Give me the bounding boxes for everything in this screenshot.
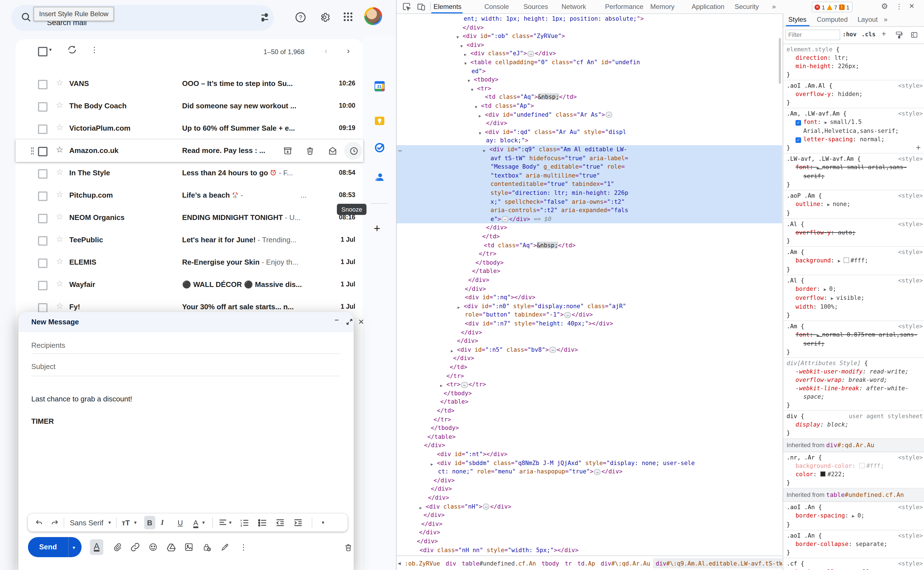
css-rule[interactable]: <style>.aoI .An {border-spacing: ▶ 0;}: [783, 502, 924, 530]
more-tabs-icon[interactable]: »: [772, 3, 776, 11]
email-row[interactable]: ☆The Body CoachDid someone say new worko…: [15, 95, 363, 118]
inline-expand-icon[interactable]: …: [606, 112, 612, 118]
select-all-checkbox[interactable]: [38, 47, 48, 57]
email-row[interactable]: ☆VictoriaPlum.comUp to 60% off Summer Sa…: [15, 117, 363, 140]
dom-tree-line[interactable]: </td>: [482, 232, 500, 241]
star-icon[interactable]: ☆: [56, 301, 63, 311]
dom-tree-line[interactable]: <td class="Aq">&nbsp;</td>: [484, 241, 576, 250]
signature-pen-icon[interactable]: [216, 537, 233, 557]
dom-tree-line[interactable]: "textbox" aria-multiline="true": [491, 172, 600, 180]
css-rule[interactable]: <style>.aoI .Am.Al {overflow-y: hidden;}: [783, 80, 924, 108]
dom-tree-line[interactable]: </div>: [424, 441, 445, 450]
breadcrumb[interactable]: div: [443, 558, 459, 568]
device-toolbar-icon[interactable]: [417, 2, 426, 11]
css-property[interactable]: ✓letter-spacing: normal;: [787, 135, 923, 144]
font-family-caret-icon[interactable]: ▾: [108, 513, 111, 532]
dom-tree-line[interactable]: ▼<td class="Ap">: [481, 102, 534, 110]
insert-emoji-icon[interactable]: [145, 537, 161, 557]
search-options-icon[interactable]: [259, 12, 270, 23]
dom-tree-line[interactable]: e">…</div> == $0: [491, 215, 551, 224]
snooze-icon[interactable]: [345, 142, 362, 160]
dom-tree-line[interactable]: ▶<div class="nH">…</div>: [426, 502, 511, 511]
dom-tree-line[interactable]: </tr>: [479, 250, 496, 258]
css-property[interactable]: ✓font: ▶ small/1.5 Arial,Helvetica,sans-…: [787, 118, 923, 135]
help-icon[interactable]: ?: [295, 11, 307, 23]
dom-tree-line[interactable]: </div>: [462, 23, 484, 32]
inline-expand-icon[interactable]: …: [594, 469, 600, 475]
css-rule[interactable]: element.style {direction: ltr;min-height…: [783, 44, 924, 80]
email-row[interactable]: ☆Pitchup.comLife’s a beach -...08:53: [15, 184, 363, 207]
dom-tree-line[interactable]: ▶<div id=":n0" style="display:none" clas…: [464, 302, 626, 311]
dom-tree-line[interactable]: ent; width: 1px; height: 1px; position: …: [464, 15, 644, 23]
undo-icon[interactable]: [35, 513, 43, 532]
row-checkbox[interactable]: [38, 169, 48, 179]
stylesheet-origin[interactable]: <style>: [898, 109, 923, 118]
dom-tree-line[interactable]: </div>: [431, 485, 452, 493]
breadcrumb[interactable]: tbody: [539, 558, 562, 568]
breadcrumb[interactable]: td.Ap: [574, 558, 598, 568]
shorthand-expand-icon[interactable]: ▶: [852, 513, 857, 519]
dom-tree-line[interactable]: </div>: [465, 285, 486, 293]
pseudo-state-toggle[interactable]: :hov: [843, 31, 857, 37]
css-rule[interactable]: <style>.Am {background: ▶ #fff;}: [783, 247, 924, 275]
more-options-icon[interactable]: ⋮: [91, 45, 98, 54]
dom-tree-line[interactable]: role="button" tabindex="-1">…</div>: [465, 311, 593, 319]
email-row[interactable]: ☆Amazon.co.ukRead more. Pay less : ...: [15, 139, 363, 162]
star-icon[interactable]: ☆: [56, 78, 63, 88]
expand-arrow-icon[interactable]: ▶: [440, 382, 442, 391]
styles-tab-computed[interactable]: Computed: [817, 15, 848, 23]
star-icon[interactable]: ☆: [56, 279, 63, 289]
expand-arrow-icon[interactable]: ▶: [464, 51, 467, 60]
font-family-select[interactable]: Sans Serif: [70, 513, 103, 532]
email-row[interactable]: ☆TeePublicLet's hear it for June! - Tren…: [15, 229, 363, 252]
redo-icon[interactable]: [51, 513, 59, 532]
discard-draft-icon[interactable]: [340, 537, 356, 557]
email-row[interactable]: ☆NEOM OrganicsENDING MIDNIGHT TONIGHT - …: [15, 207, 363, 230]
indent-less-icon[interactable]: [276, 513, 284, 532]
minimize-icon[interactable]: –: [335, 316, 339, 324]
css-property[interactable]: overflow-y: hidden;: [787, 90, 923, 98]
stylesheet-origin[interactable]: <style>: [898, 192, 923, 200]
css-property[interactable]: overflow: ▶ visible;: [787, 294, 923, 303]
devtools-tab-application[interactable]: Application: [692, 3, 724, 11]
dom-tree-line[interactable]: </div>: [417, 537, 438, 546]
inline-expand-icon[interactable]: …: [502, 216, 508, 222]
add-property-icon[interactable]: +: [916, 144, 921, 152]
dom-tree-line[interactable]: </div>: [419, 529, 440, 537]
styles-tab-styles[interactable]: Styles: [788, 15, 806, 23]
devtools-settings-gear-icon[interactable]: ⚙: [881, 2, 888, 11]
refresh-icon[interactable]: [67, 44, 77, 55]
older-page-icon[interactable]: ›: [347, 46, 350, 55]
devtools-more-icon[interactable]: ⋮: [895, 2, 903, 11]
paintbrush-icon[interactable]: [895, 31, 903, 38]
css-property[interactable]: font: ▶ normal small arial,sans-serif;: [787, 163, 923, 180]
css-property[interactable]: border-collapse: separate;: [787, 540, 923, 548]
expand-arrow-icon[interactable]: ▼: [456, 34, 459, 42]
color-swatch[interactable]: [859, 463, 865, 468]
dom-tree-line[interactable]: "Message Body" g_editable="true" role=: [491, 162, 625, 171]
row-checkbox[interactable]: [38, 124, 48, 134]
row-checkbox[interactable]: [38, 281, 48, 290]
dock-panel-icon[interactable]: [910, 31, 918, 38]
property-checkbox[interactable]: ✓: [795, 120, 801, 126]
send-options-caret-icon[interactable]: ▾: [73, 545, 75, 550]
dom-tree-line[interactable]: </div>: [433, 476, 455, 485]
row-checkbox[interactable]: [38, 259, 48, 268]
breadcrumb[interactable]: tr: [562, 558, 574, 568]
new-style-rule-icon[interactable]: +: [881, 29, 886, 38]
star-icon[interactable]: ☆: [56, 167, 63, 177]
css-rule[interactable]: <style>.Am, .LW-avf.Am {✓font: ▶ small/1…: [783, 108, 924, 153]
css-property[interactable]: overflow-y: auto;: [787, 228, 923, 237]
dom-tree-line[interactable]: contenteditable="true" tabindex="1": [491, 180, 614, 189]
css-property[interactable]: direction: ltr;: [787, 54, 923, 62]
shorthand-expand-icon[interactable]: ▶: [824, 120, 830, 125]
expand-arrow-icon[interactable]: ▼: [460, 43, 462, 51]
css-property[interactable]: color: #222;: [787, 470, 923, 478]
tasks-icon[interactable]: [374, 142, 385, 153]
css-rule[interactable]: <style>.Am {font: ▶ normal 0.875rem aria…: [783, 321, 924, 358]
row-checkbox[interactable]: [38, 192, 48, 201]
font-size-caret-icon[interactable]: ▾: [134, 513, 137, 532]
css-rule[interactable]: <style>.cf {border-collapse: collapse;}: [783, 558, 924, 570]
dom-tree-line[interactable]: <div class="nH nn" style="width: 5px;"><…: [419, 546, 579, 555]
dom-tree-line[interactable]: <div id=":nq"></div>: [465, 293, 536, 302]
